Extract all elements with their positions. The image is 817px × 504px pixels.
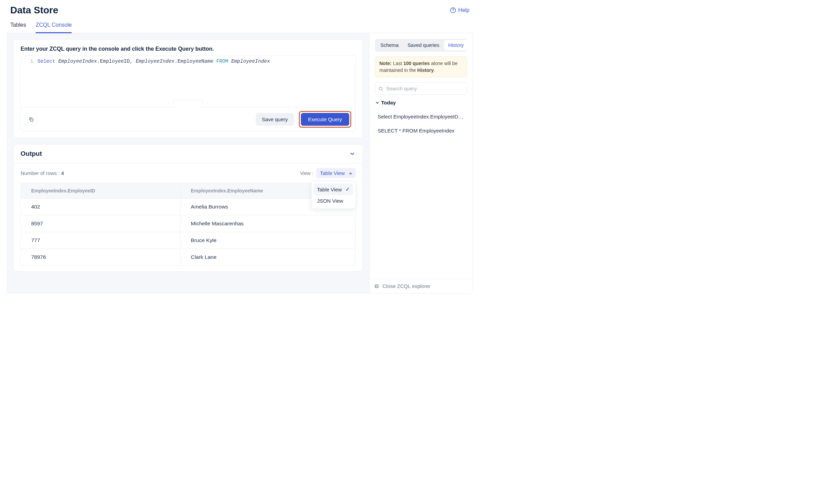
table-row: 78976 Clark Lane [21,249,356,266]
line-number: 1 [21,59,37,104]
column-header: EmployeeIndex.EmployeeID [21,183,181,199]
history-item[interactable]: Select EmployeeIndex.EmployeeID… [375,110,467,123]
save-query-button[interactable]: Save query [256,113,294,126]
output-title: Output [21,150,42,158]
execute-query-highlight: Execute Query [299,111,351,128]
view-selector[interactable]: Table View Table View ✓ JSON View [316,168,356,178]
tab-tables[interactable]: Tables [10,22,26,33]
chevron-down-icon [375,100,380,105]
execute-query-button[interactable]: Execute Query [301,113,349,126]
view-option-json[interactable]: JSON View [314,195,353,206]
history-group-today[interactable]: Today [375,100,467,105]
svg-rect-2 [31,119,33,121]
page-title: Data Store [10,5,58,16]
editor-handle[interactable] [173,100,203,108]
svg-point-3 [379,87,382,90]
query-editor[interactable]: 1 Select EmployeeIndex.EmployeeID, Emplo… [21,55,356,131]
table-row: 777 Bruce Kyle [21,232,356,249]
help-label: Help [458,7,470,13]
collapse-output-icon[interactable] [349,150,356,157]
copy-icon [28,117,34,122]
tab-zcql-console[interactable]: ZCQL Console [36,22,72,33]
main-tabs: Tables ZCQL Console [7,16,473,33]
check-icon: ✓ [345,186,350,192]
search-icon [378,86,383,91]
query-text[interactable]: Select EmployeeIndex.EmployeeID, Employe… [37,59,355,104]
help-icon [450,7,456,13]
sidebar-tab-history[interactable]: History [444,40,468,50]
view-option-table[interactable]: Table View ✓ [314,184,353,195]
table-row: 8597 Michelle Mascarenhas [21,215,356,232]
copy-query-button[interactable] [25,113,37,126]
history-item[interactable]: SELECT * FROM EmployeeIndex [375,124,467,137]
svg-point-1 [453,11,453,12]
view-label: View : [300,171,313,176]
row-count: Number of rows : 4 [21,170,64,176]
help-link[interactable]: Help [450,7,470,13]
sidebar-tab-saved-queries[interactable]: Saved queries [403,40,443,50]
output-card: Output Number of rows : 4 View : Table V… [13,144,363,272]
collapse-panel-icon [374,284,380,289]
query-prompt: Enter your ZCQL query in the console and… [21,46,356,52]
caret-up-icon [349,172,352,174]
view-dropdown: Table View ✓ JSON View [311,181,356,209]
table-row: 402 Amelia Burrows [21,199,356,215]
history-note: Note: Last 100 queries alone will be mai… [375,56,467,77]
sidebar-tab-schema[interactable]: Schema [376,40,403,50]
sidebar-tabs: Schema Saved queries History [375,39,467,52]
close-explorer-button[interactable]: Close ZCQL explorer [369,279,473,293]
history-search-input[interactable] [375,82,467,95]
query-card: Enter your ZCQL query in the console and… [13,39,363,138]
result-table: EmployeeIndex.EmployeeID EmployeeIndex.E… [14,183,363,271]
